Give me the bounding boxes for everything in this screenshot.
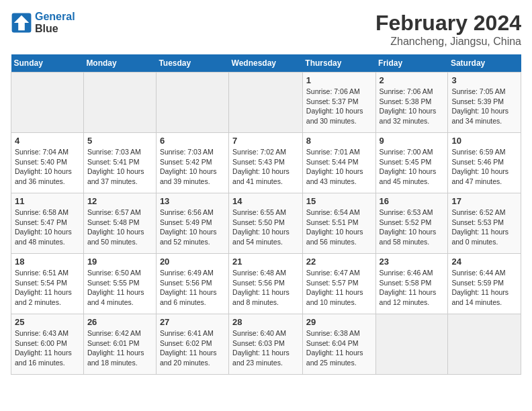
logo-icon [11,12,32,34]
day-number: 11 [15,196,80,206]
calendar-week-4: 18Sunrise: 6:51 AMSunset: 5:54 PMDayligh… [11,254,521,314]
cell-info: Daylight: 10 hours and 39 minutes. [160,167,225,186]
header-thursday: Thursday [302,54,375,73]
cell-info: Sunrise: 7:06 AM [380,87,445,97]
cell-info: Sunset: 5:46 PM [451,157,517,167]
header-saturday: Saturday [448,54,521,73]
cell-info: Daylight: 10 hours and 32 minutes. [380,106,445,126]
header-sunday: Sunday [11,54,84,73]
calendar-cell: 23Sunrise: 6:46 AMSunset: 5:58 PMDayligh… [375,254,448,314]
cell-info: Sunset: 5:50 PM [232,218,299,228]
cell-info: Sunset: 6:01 PM [87,338,152,349]
cell-info: Sunrise: 6:46 AM [380,268,445,278]
cell-info: Sunrise: 7:05 AM [451,87,517,97]
day-number: 9 [380,136,445,146]
day-number: 16 [380,196,445,206]
day-number: 12 [87,196,152,206]
day-number: 3 [451,75,517,85]
calendar-cell [11,73,84,133]
day-number: 13 [160,196,225,206]
cell-info: Sunset: 5:41 PM [87,157,152,167]
day-number: 23 [380,257,445,267]
cell-info: Sunrise: 6:43 AM [15,328,80,338]
calendar-cell: 28Sunrise: 6:40 AMSunset: 6:03 PMDayligh… [229,314,303,375]
calendar-cell: 21Sunrise: 6:48 AMSunset: 5:56 PMDayligh… [229,254,303,314]
day-number: 26 [87,317,152,327]
calendar-cell: 5Sunrise: 7:03 AMSunset: 5:41 PMDaylight… [83,133,156,193]
cell-info: Daylight: 10 hours and 45 minutes. [380,167,445,186]
cell-info: Daylight: 10 hours and 41 minutes. [232,167,299,186]
cell-info: Sunset: 5:40 PM [15,157,80,167]
cell-info: Sunset: 5:54 PM [15,278,80,288]
cell-info: Sunset: 5:44 PM [306,157,372,167]
day-number: 15 [306,196,372,206]
calendar-cell: 24Sunrise: 6:44 AMSunset: 5:59 PMDayligh… [448,254,521,314]
cell-info: Daylight: 11 hours and 12 minutes. [380,287,445,307]
cell-info: Daylight: 10 hours and 56 minutes. [306,227,372,246]
cell-info: Sunrise: 6:56 AM [160,208,225,218]
cell-info: Daylight: 10 hours and 47 minutes. [451,167,517,186]
day-number: 4 [15,136,80,146]
calendar-cell: 20Sunrise: 6:49 AMSunset: 5:56 PMDayligh… [156,254,228,314]
cell-info: Sunrise: 6:53 AM [380,208,445,218]
calendar-cell [448,314,521,375]
calendar-week-3: 11Sunrise: 6:58 AMSunset: 5:47 PMDayligh… [11,193,521,254]
cell-info: Sunrise: 7:03 AM [160,147,225,157]
cell-info: Sunset: 5:45 PM [380,157,445,167]
cell-info: Sunrise: 6:51 AM [15,268,80,278]
calendar-cell: 3Sunrise: 7:05 AMSunset: 5:39 PMDaylight… [448,73,521,133]
page-header: General Blue February 2024 Zhancheng, Ji… [11,11,521,48]
calendar-cell: 4Sunrise: 7:04 AMSunset: 5:40 PMDaylight… [11,133,84,193]
calendar-cell: 29Sunrise: 6:38 AMSunset: 6:04 PMDayligh… [302,314,375,375]
calendar-header-row: SundayMondayTuesdayWednesdayThursdayFrid… [11,54,521,73]
cell-info: Sunset: 5:48 PM [87,218,152,228]
cell-info: Sunrise: 6:49 AM [160,268,225,278]
cell-info: Sunrise: 6:41 AM [160,328,225,338]
cell-info: Sunset: 6:03 PM [232,338,299,349]
calendar-cell: 12Sunrise: 6:57 AMSunset: 5:48 PMDayligh… [83,193,156,254]
cell-info: Daylight: 11 hours and 10 minutes. [306,287,372,307]
cell-info: Sunrise: 6:47 AM [306,268,372,278]
header-tuesday: Tuesday [156,54,228,73]
day-number: 8 [306,136,372,146]
calendar-cell [375,314,448,375]
day-number: 7 [232,136,299,146]
calendar-table: SundayMondayTuesdayWednesdayThursdayFrid… [11,54,521,375]
cell-info: Sunset: 5:38 PM [380,97,445,107]
cell-info: Daylight: 11 hours and 0 minutes. [451,227,517,246]
cell-info: Daylight: 10 hours and 48 minutes. [15,227,80,246]
calendar-week-5: 25Sunrise: 6:43 AMSunset: 6:00 PMDayligh… [11,314,521,375]
calendar-cell: 7Sunrise: 7:02 AMSunset: 5:43 PMDaylight… [229,133,303,193]
cell-info: Sunrise: 7:01 AM [306,147,372,157]
cell-info: Sunset: 6:00 PM [15,338,80,349]
day-number: 1 [306,75,372,85]
day-number: 14 [232,196,299,206]
calendar-cell: 10Sunrise: 6:59 AMSunset: 5:46 PMDayligh… [448,133,521,193]
cell-info: Sunrise: 7:02 AM [232,147,299,157]
day-number: 18 [15,257,80,267]
cell-info: Sunset: 5:53 PM [451,218,517,228]
calendar-cell [156,73,228,133]
cell-info: Sunset: 5:51 PM [306,218,372,228]
day-number: 28 [232,317,299,327]
calendar-week-1: 1Sunrise: 7:06 AMSunset: 5:37 PMDaylight… [11,73,521,133]
logo: General Blue [11,11,75,35]
calendar-cell [83,73,156,133]
calendar-cell: 15Sunrise: 6:54 AMSunset: 5:51 PMDayligh… [302,193,375,254]
title-block: February 2024 Zhancheng, Jiangsu, China [375,11,521,48]
cell-info: Sunrise: 6:50 AM [87,268,152,278]
day-number: 20 [160,257,225,267]
cell-info: Sunset: 5:56 PM [232,278,299,288]
cell-info: Daylight: 11 hours and 23 minutes. [232,348,299,367]
calendar-cell: 11Sunrise: 6:58 AMSunset: 5:47 PMDayligh… [11,193,84,254]
calendar-cell: 14Sunrise: 6:55 AMSunset: 5:50 PMDayligh… [229,193,303,254]
cell-info: Daylight: 10 hours and 37 minutes. [87,167,152,186]
cell-info: Sunrise: 6:38 AM [306,328,372,338]
cell-info: Daylight: 11 hours and 16 minutes. [15,348,80,367]
cell-info: Daylight: 10 hours and 58 minutes. [380,227,445,246]
cell-info: Daylight: 10 hours and 52 minutes. [160,227,225,246]
cell-info: Daylight: 10 hours and 36 minutes. [15,167,80,186]
cell-info: Sunset: 5:58 PM [380,278,445,288]
calendar-cell: 22Sunrise: 6:47 AMSunset: 5:57 PMDayligh… [302,254,375,314]
cell-info: Sunrise: 7:00 AM [380,147,445,157]
